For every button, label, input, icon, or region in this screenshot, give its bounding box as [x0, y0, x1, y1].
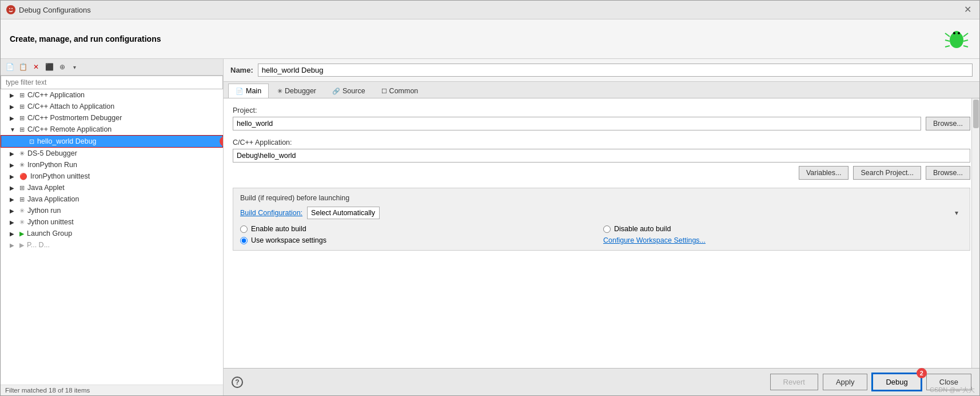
tree-item-jython-run[interactable]: ▶ ✳ Jython run — [1, 205, 223, 216]
bug-icon — [943, 25, 970, 53]
variables-button[interactable]: Variables... — [799, 166, 849, 180]
radio-disable-input[interactable] — [603, 225, 611, 233]
help-icon[interactable]: ? — [232, 377, 243, 388]
item-label: Jython run — [27, 207, 61, 215]
new-config-button[interactable]: 📄 — [4, 61, 15, 73]
tree-item-java-app[interactable]: ▶ ⊞ Java Application — [1, 193, 223, 205]
item-label: IronPython unittest — [30, 172, 90, 180]
tree-item-ds5[interactable]: ▶ ✳ DS-5 Debugger — [1, 148, 223, 159]
dropdown-button[interactable]: ▾ — [70, 61, 79, 73]
tree-item-java-applet[interactable]: ▶ ⊞ Java Applet — [1, 182, 223, 193]
expand-icon: ▶ — [10, 115, 17, 121]
svg-point-12 — [958, 32, 960, 34]
tab-main[interactable]: 📄 Main — [228, 84, 269, 98]
dialog-icon — [6, 5, 15, 14]
main-tab-content: Project: Browse... C/C++ Application: Va… — [224, 98, 979, 368]
title-bar-left: Debug Configurations — [6, 5, 91, 14]
svg-line-6 — [963, 33, 968, 37]
tab-debugger-label: Debugger — [285, 87, 316, 95]
item-icon: ⊞ — [19, 184, 25, 192]
revert-button[interactable]: Revert — [770, 374, 818, 390]
item-icon: ⊞ — [19, 103, 25, 110]
watermark: CSDN @w²大大 — [930, 386, 975, 394]
delete-config-button[interactable]: ✕ — [30, 61, 42, 73]
configure-workspace-link[interactable]: Configure Workspace Settings... — [603, 236, 706, 244]
scrollbar-thumb — [973, 100, 979, 128]
tabs-row: 📄 Main ✳ Debugger 🔗 Source ☐ Common — [224, 82, 979, 98]
tree-item-ironpython-run[interactable]: ▶ ✳ IronPython Run — [1, 159, 223, 171]
item-icon: ⊞ — [19, 92, 25, 99]
subtitle-text: Create, manage, and run configurations — [10, 34, 161, 43]
item-label: C/C++ Remote Application — [27, 125, 111, 133]
bottom-left: ? — [232, 377, 243, 388]
app-input[interactable] — [233, 149, 970, 163]
application-group: C/C++ Application: Variables... Search P… — [233, 138, 970, 180]
item-icon: ⊡ — [29, 138, 34, 145]
tab-main-icon: 📄 — [236, 88, 244, 95]
item-label: Jython unittest — [27, 218, 74, 226]
item-icon: ⊞ — [19, 126, 25, 133]
item-label: hello_world Debug — [37, 137, 97, 145]
tree-item-cpp-app[interactable]: ▶ ⊞ C/C++ Application — [1, 89, 223, 101]
left-toolbar: 📄 📋 ✕ ⬛ ⊕ ▾ — [1, 59, 223, 76]
item-icon: ✳ — [19, 219, 25, 226]
filter-button[interactable]: ⊕ — [57, 61, 68, 73]
radio-enable-auto-build: Enable auto build — [240, 225, 600, 233]
expand-icon: ▶ — [10, 173, 17, 180]
item-label: C/C++ Postmortem Debugger — [27, 114, 122, 122]
tree-item-cpp-attach[interactable]: ▶ ⊞ C/C++ Attach to Application — [1, 101, 223, 112]
left-panel: 📄 📋 ✕ ⬛ ⊕ ▾ ▶ ⊞ C/C++ Application ▶ — [1, 59, 224, 395]
app-browse-button[interactable]: Browse... — [926, 166, 970, 180]
expand-icon: ▶ — [10, 242, 17, 248]
configure-workspace-wrapper: Configure Workspace Settings... — [603, 236, 963, 244]
radio-workspace-label: Use workspace settings — [251, 236, 326, 244]
tab-debugger[interactable]: ✳ Debugger — [270, 84, 324, 98]
project-input[interactable] — [233, 117, 921, 130]
tree-item-cpp-remote[interactable]: ▼ ⊞ C/C++ Remote Application — [1, 124, 223, 135]
item-label: P... D... — [27, 241, 50, 249]
app-label: C/C++ Application: — [233, 138, 970, 146]
tree-item-jython-unittest[interactable]: ▶ ✳ Jython unittest — [1, 216, 223, 228]
collapse-button[interactable]: ⬛ — [43, 61, 55, 73]
name-label: Name: — [230, 66, 253, 74]
radio-enable-input[interactable] — [240, 225, 248, 233]
build-config-link[interactable]: Build Configuration: — [240, 209, 302, 217]
radio-workspace-input[interactable] — [240, 237, 248, 244]
item-label: Launch Group — [27, 229, 72, 237]
tree-item-partial[interactable]: ▶ ▶ P... D... — [1, 239, 223, 251]
svg-point-1 — [9, 8, 10, 9]
expand-icon: ▼ — [10, 126, 17, 133]
tab-common[interactable]: ☐ Common — [374, 84, 426, 98]
search-project-button[interactable]: Search Project... — [853, 166, 921, 180]
build-title: Build (if required) before launching — [240, 194, 963, 202]
item-icon: ✳ — [19, 150, 25, 157]
item-label: Java Application — [27, 195, 79, 203]
project-browse-button[interactable]: Browse... — [926, 117, 970, 130]
item-label: C/C++ Attach to Application — [27, 102, 114, 110]
tree-item-hello-world[interactable]: ⊡ hello_world Debug — [1, 135, 223, 148]
tree-item-cpp-postmortem[interactable]: ▶ ⊞ C/C++ Postmortem Debugger — [1, 112, 223, 124]
expand-icon: ▶ — [10, 219, 17, 225]
expand-icon: ▶ — [10, 151, 17, 157]
svg-point-11 — [953, 32, 955, 34]
item-icon: ✳ — [19, 207, 25, 215]
subtitle-bar: Create, manage, and run configurations — [1, 19, 979, 59]
copy-config-button[interactable]: 📋 — [17, 61, 29, 73]
item-icon: ▶ — [19, 241, 24, 249]
tab-source[interactable]: 🔗 Source — [325, 84, 373, 98]
filter-input[interactable] — [1, 76, 223, 89]
radio-workspace-settings: Use workspace settings — [240, 236, 600, 244]
debug-configurations-dialog: Debug Configurations ✕ Create, manage, a… — [0, 0, 980, 396]
build-config-select[interactable]: Select Automatically Debug Release — [307, 207, 380, 219]
name-input[interactable] — [258, 64, 973, 77]
tab-common-icon: ☐ — [381, 88, 387, 95]
tree-item-ironpython-unittest[interactable]: ▶ 🔴 IronPython unittest — [1, 171, 223, 182]
item-icon: 🔴 — [19, 173, 27, 180]
close-icon[interactable]: ✕ — [962, 4, 974, 15]
apply-button[interactable]: Apply — [823, 374, 868, 390]
expand-icon: ▶ — [10, 162, 17, 168]
radio-disable-auto-build: Disable auto build — [603, 225, 963, 233]
tree-item-launch-group[interactable]: ▶ ▶ Launch Group — [1, 228, 223, 239]
right-scrollbar[interactable] — [971, 98, 979, 368]
debug-button[interactable]: Debug — [872, 373, 921, 391]
